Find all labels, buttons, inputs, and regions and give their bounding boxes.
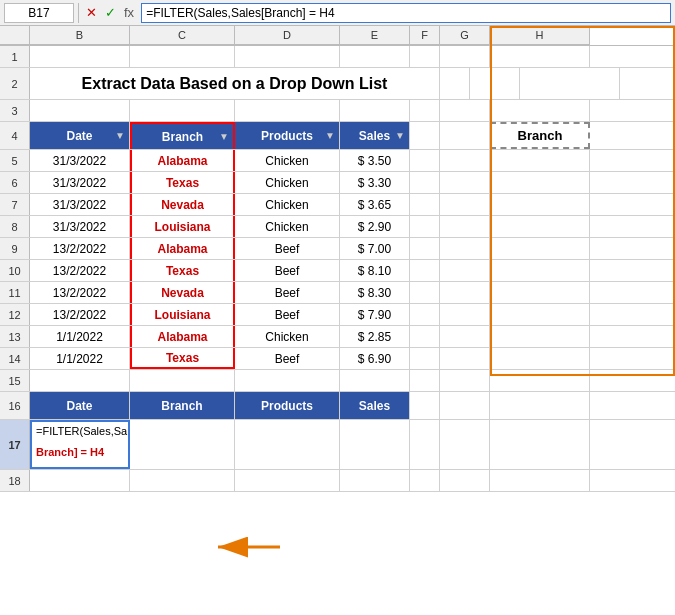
cell-d9[interactable]: Beef bbox=[235, 238, 340, 259]
cell-e18[interactable] bbox=[340, 470, 410, 491]
cell-f10[interactable] bbox=[410, 260, 440, 281]
cell-c15[interactable] bbox=[130, 370, 235, 391]
cell-h18[interactable] bbox=[490, 470, 590, 491]
cell-c12[interactable]: Louisiana bbox=[130, 304, 235, 325]
cell-f14[interactable] bbox=[410, 348, 440, 369]
cell-e11[interactable]: $ 8.30 bbox=[340, 282, 410, 303]
cell-e9[interactable]: $ 7.00 bbox=[340, 238, 410, 259]
cell-h11[interactable] bbox=[490, 282, 590, 303]
cell-d18[interactable] bbox=[235, 470, 340, 491]
cell-h17[interactable] bbox=[490, 420, 590, 469]
cell-f1[interactable] bbox=[410, 46, 440, 67]
cell-b17-formula[interactable]: =FILTER(Sales,Sales[ Branch] = H4 bbox=[30, 420, 130, 469]
cell-b8[interactable]: 31/3/2022 bbox=[30, 216, 130, 237]
header-branch[interactable]: Branch ▼ bbox=[130, 122, 235, 149]
cell-h12[interactable] bbox=[490, 304, 590, 325]
cell-c11[interactable]: Nevada bbox=[130, 282, 235, 303]
cell-f16[interactable] bbox=[410, 392, 440, 419]
cell-d12[interactable]: Beef bbox=[235, 304, 340, 325]
cell-f12[interactable] bbox=[410, 304, 440, 325]
cell-f6[interactable] bbox=[410, 172, 440, 193]
cell-h10[interactable] bbox=[490, 260, 590, 281]
cell-b11[interactable]: 13/2/2022 bbox=[30, 282, 130, 303]
cell-e6[interactable]: $ 3.30 bbox=[340, 172, 410, 193]
cell-f17[interactable] bbox=[410, 420, 440, 469]
cell-g11[interactable] bbox=[440, 282, 490, 303]
cell-e13[interactable]: $ 2.85 bbox=[340, 326, 410, 347]
cell-g13[interactable] bbox=[440, 326, 490, 347]
cell-e17[interactable] bbox=[340, 420, 410, 469]
cell-d14[interactable]: Beef bbox=[235, 348, 340, 369]
confirm-icon[interactable]: ✓ bbox=[102, 5, 119, 20]
bottom-header-date[interactable]: Date bbox=[30, 392, 130, 419]
cell-g3[interactable] bbox=[440, 100, 490, 121]
cell-f2[interactable] bbox=[440, 68, 470, 99]
cell-c9[interactable]: Alabama bbox=[130, 238, 235, 259]
bottom-header-branch[interactable]: Branch bbox=[130, 392, 235, 419]
cell-h3[interactable] bbox=[490, 100, 590, 121]
cell-d15[interactable] bbox=[235, 370, 340, 391]
dropdown-icon-sales[interactable]: ▼ bbox=[395, 130, 405, 141]
cell-b3[interactable] bbox=[30, 100, 130, 121]
cell-b12[interactable]: 13/2/2022 bbox=[30, 304, 130, 325]
cell-d8[interactable]: Chicken bbox=[235, 216, 340, 237]
cell-c6[interactable]: Texas bbox=[130, 172, 235, 193]
cell-g12[interactable] bbox=[440, 304, 490, 325]
cell-g4[interactable] bbox=[440, 122, 490, 149]
cell-h7[interactable] bbox=[490, 194, 590, 215]
cell-c10[interactable]: Texas bbox=[130, 260, 235, 281]
cell-h2[interactable] bbox=[520, 68, 620, 99]
cell-d6[interactable]: Chicken bbox=[235, 172, 340, 193]
cell-f7[interactable] bbox=[410, 194, 440, 215]
cell-f4[interactable] bbox=[410, 122, 440, 149]
cell-b18[interactable] bbox=[30, 470, 130, 491]
cell-e10[interactable]: $ 8.10 bbox=[340, 260, 410, 281]
cell-e3[interactable] bbox=[340, 100, 410, 121]
cell-g10[interactable] bbox=[440, 260, 490, 281]
fx-icon[interactable]: fx bbox=[121, 5, 137, 20]
formula-input[interactable] bbox=[141, 3, 671, 23]
cancel-icon[interactable]: ✕ bbox=[83, 5, 100, 20]
cell-f5[interactable] bbox=[410, 150, 440, 171]
dropdown-icon-branch[interactable]: ▼ bbox=[219, 131, 229, 142]
cell-f9[interactable] bbox=[410, 238, 440, 259]
cell-e7[interactable]: $ 3.65 bbox=[340, 194, 410, 215]
cell-e12[interactable]: $ 7.90 bbox=[340, 304, 410, 325]
cell-c5[interactable]: Alabama bbox=[130, 150, 235, 171]
cell-g7[interactable] bbox=[440, 194, 490, 215]
cell-d13[interactable]: Chicken bbox=[235, 326, 340, 347]
cell-c3[interactable] bbox=[130, 100, 235, 121]
cell-b13[interactable]: 1/1/2022 bbox=[30, 326, 130, 347]
cell-h14[interactable] bbox=[490, 348, 590, 369]
cell-h15[interactable] bbox=[490, 370, 590, 391]
cell-f15[interactable] bbox=[410, 370, 440, 391]
dropdown-icon-products[interactable]: ▼ bbox=[325, 130, 335, 141]
cell-h1[interactable] bbox=[490, 46, 590, 67]
cell-g16[interactable] bbox=[440, 392, 490, 419]
cell-f13[interactable] bbox=[410, 326, 440, 347]
header-date[interactable]: Date ▼ bbox=[30, 122, 130, 149]
bottom-header-products[interactable]: Products bbox=[235, 392, 340, 419]
cell-h4-branch[interactable]: Branch bbox=[490, 122, 590, 149]
cell-e15[interactable] bbox=[340, 370, 410, 391]
cell-d1[interactable] bbox=[235, 46, 340, 67]
cell-g15[interactable] bbox=[440, 370, 490, 391]
cell-f18[interactable] bbox=[410, 470, 440, 491]
cell-b14[interactable]: 1/1/2022 bbox=[30, 348, 130, 369]
cell-h9[interactable] bbox=[490, 238, 590, 259]
cell-b5[interactable]: 31/3/2022 bbox=[30, 150, 130, 171]
cell-b10[interactable]: 13/2/2022 bbox=[30, 260, 130, 281]
cell-g14[interactable] bbox=[440, 348, 490, 369]
cell-g6[interactable] bbox=[440, 172, 490, 193]
cell-c14[interactable]: Texas bbox=[130, 348, 235, 369]
cell-g2[interactable] bbox=[470, 68, 520, 99]
cell-b6[interactable]: 31/3/2022 bbox=[30, 172, 130, 193]
cell-g1[interactable] bbox=[440, 46, 490, 67]
cell-d3[interactable] bbox=[235, 100, 340, 121]
cell-b9[interactable]: 13/2/2022 bbox=[30, 238, 130, 259]
cell-g18[interactable] bbox=[440, 470, 490, 491]
cell-c7[interactable]: Nevada bbox=[130, 194, 235, 215]
bottom-header-sales[interactable]: Sales bbox=[340, 392, 410, 419]
cell-f11[interactable] bbox=[410, 282, 440, 303]
cell-c17[interactable] bbox=[130, 420, 235, 469]
